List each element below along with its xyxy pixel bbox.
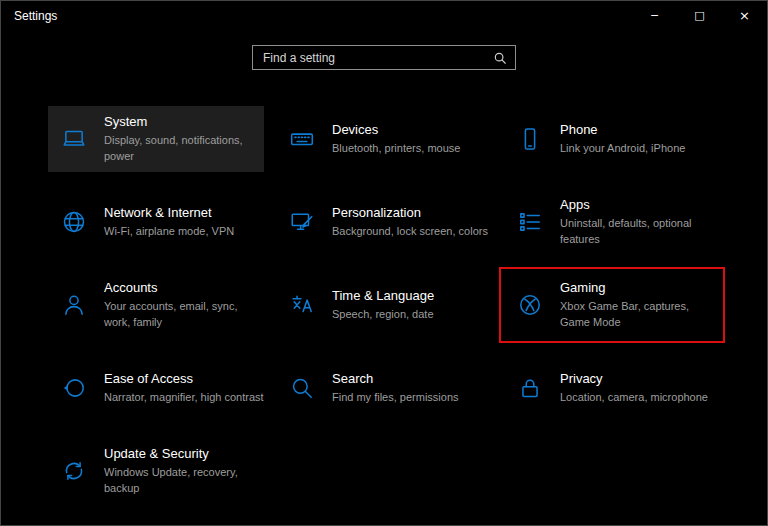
category-search[interactable]: Search Find my files, permissions [276,355,492,421]
search-input[interactable] [263,51,493,65]
window-title: Settings [1,9,57,23]
window-controls: ─ □ × [632,1,767,31]
category-description: Link your Android, iPhone [560,141,720,156]
category-title: System [104,114,264,129]
category-gaming[interactable]: Gaming Xbox Game Bar, captures, Game Mod… [504,272,720,338]
category-description: Bluetooth, printers, mouse [332,141,492,156]
category-title: Search [332,371,492,386]
category-title: Ease of Access [104,371,264,386]
category-title: Gaming [560,280,720,295]
search-icon[interactable] [493,51,507,65]
apps-list-icon [516,209,544,235]
category-title: Privacy [560,371,720,386]
personalization-icon [288,209,316,235]
category-system[interactable]: System Display, sound, notifications, po… [48,106,264,172]
category-title: Time & Language [332,288,492,303]
category-description: Speech, region, date [332,307,492,322]
titlebar: Settings ─ □ × [1,1,767,31]
category-time-language[interactable]: Time & Language Speech, region, date [276,272,492,338]
category-description: Uninstall, defaults, optional features [560,216,720,247]
lock-icon [516,375,544,401]
sync-icon [60,458,88,484]
close-button[interactable]: × [722,1,767,31]
category-description: Windows Update, recovery, backup [104,465,264,496]
category-description: Your accounts, email, sync, work, family [104,299,264,330]
globe-icon [60,209,88,235]
search-row [1,45,767,70]
search-box [252,45,516,70]
search-icon [288,375,316,401]
minimize-button[interactable]: ─ [632,1,677,31]
category-phone[interactable]: Phone Link your Android, iPhone [504,106,720,172]
category-title: Accounts [104,280,264,295]
close-icon: × [739,8,750,23]
category-title: Phone [560,122,720,137]
minimize-icon: ─ [651,9,658,22]
category-title: Devices [332,122,492,137]
ease-of-access-icon [60,375,88,401]
category-title: Personalization [332,205,492,220]
category-apps[interactable]: Apps Uninstall, defaults, optional featu… [504,189,720,255]
maximize-button[interactable]: □ [677,1,722,31]
maximize-icon: □ [694,9,704,22]
category-title: Update & Security [104,446,264,461]
category-personalization[interactable]: Personalization Background, lock screen,… [276,189,492,255]
category-ease-of-access[interactable]: Ease of Access Narrator, magnifier, high… [48,355,264,421]
phone-icon [516,126,544,152]
category-privacy[interactable]: Privacy Location, camera, microphone [504,355,720,421]
person-icon [60,292,88,318]
laptop-icon [60,126,88,152]
category-description: Background, lock screen, colors [332,224,492,239]
category-network-internet[interactable]: Network & Internet Wi-Fi, airplane mode,… [48,189,264,255]
keyboard-icon [288,126,316,152]
category-accounts[interactable]: Accounts Your accounts, email, sync, wor… [48,272,264,338]
settings-window: Settings ─ □ × System Display, sound, no… [0,0,768,526]
category-devices[interactable]: Devices Bluetooth, printers, mouse [276,106,492,172]
category-title: Network & Internet [104,205,264,220]
settings-grid: System Display, sound, notifications, po… [48,106,720,504]
category-description: Xbox Game Bar, captures, Game Mode [560,299,720,330]
category-description: Display, sound, notifications, power [104,133,264,164]
language-icon [288,292,316,318]
category-description: Find my files, permissions [332,390,492,405]
category-description: Narrator, magnifier, high contrast [104,390,264,405]
category-title: Apps [560,197,720,212]
xbox-icon [516,292,544,318]
category-description: Wi-Fi, airplane mode, VPN [104,224,264,239]
category-description: Location, camera, microphone [560,390,720,405]
category-update-security[interactable]: Update & Security Windows Update, recove… [48,438,264,504]
